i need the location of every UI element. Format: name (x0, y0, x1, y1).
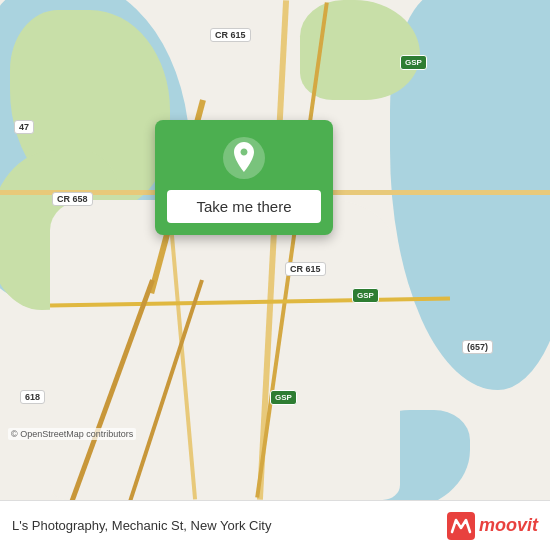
road-label-cr615-mid: CR 615 (285, 262, 326, 276)
map-container: CR 615 CR 658 CR 615 618 (657) GSP GSP G… (0, 0, 550, 500)
take-me-there-card: Take me there (155, 120, 333, 235)
moovit-icon (447, 512, 475, 540)
highway-gsp-bot: GSP (270, 390, 297, 405)
road-label-618: 618 (20, 390, 45, 404)
location-pin-icon (222, 136, 266, 180)
bottom-bar: L's Photography, Mechanic St, New York C… (0, 500, 550, 550)
copyright-text: © OpenStreetMap contributors (8, 428, 136, 440)
road-label-47: 47 (14, 120, 34, 134)
highway-gsp-top: GSP (400, 55, 427, 70)
moovit-text: moovit (479, 515, 538, 536)
highway-gsp-mid: GSP (352, 288, 379, 303)
land-main (50, 200, 400, 500)
location-text: L's Photography, Mechanic St, New York C… (12, 518, 271, 533)
take-me-there-button[interactable]: Take me there (167, 190, 321, 223)
road-label-657: (657) (462, 340, 493, 354)
road-label-cr658: CR 658 (52, 192, 93, 206)
moovit-logo: moovit (447, 512, 538, 540)
road-label-cr615-top: CR 615 (210, 28, 251, 42)
